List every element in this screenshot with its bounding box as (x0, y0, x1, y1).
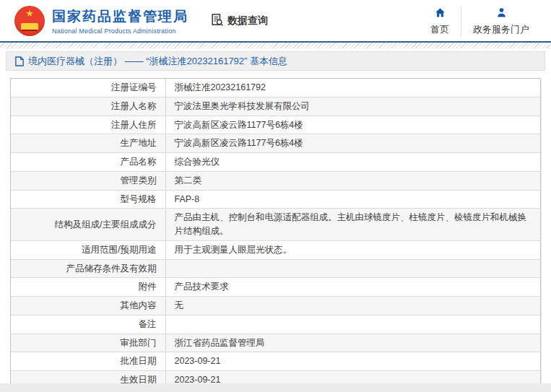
row-value: 无 (165, 297, 540, 315)
breadcrumb: 境内医疗器械（注册） —— “浙械注准20232161792” 基本信息 (6, 51, 545, 71)
breadcrumb-text: 境内医疗器械（注册） —— “浙械注准20232161792” 基本信息 (28, 55, 287, 68)
data-query-nav[interactable]: 数据查询 (210, 13, 268, 29)
table-row: 审批部门浙江省药品监督管理局 (11, 334, 540, 352)
row-value (165, 315, 540, 334)
row-label: 审批部门 (11, 334, 165, 352)
table-row: 注册人住所宁波高新区凌云路1177号6栋4楼 (11, 116, 540, 134)
row-label: 产品储存条件及有效期 (11, 259, 165, 278)
document-icon (15, 56, 24, 66)
row-label: 产品名称 (11, 153, 165, 172)
row-value: FAP-8 (165, 190, 540, 209)
brand-block: 国家药品监督管理局 National Medical Products Admi… (52, 7, 188, 35)
row-label: 备注 (11, 315, 165, 334)
row-label: 适用范围/预期用途 (11, 240, 165, 259)
table-row: 型号规格FAP-8 (11, 190, 540, 209)
table-row: 产品名称综合验光仪 (11, 153, 540, 172)
nav-item-gov-portal[interactable]: 政务服务门户 (461, 6, 541, 36)
footer-strip (0, 383, 551, 392)
info-table-body: 注册证编号浙械注准20232161792注册人名称宁波法里奥光学科技发展有限公司… (11, 79, 540, 392)
table-row: 适用范围/预期用途用于主观测量人眼屈光状态。 (11, 240, 540, 259)
row-value: 宁波法里奥光学科技发展有限公司 (165, 97, 540, 116)
table-row: 产品储存条件及有效期 (11, 259, 540, 278)
data-query-label: 数据查询 (227, 14, 268, 27)
row-value: 第二类 (165, 171, 540, 190)
table-row: 生产地址宁波高新区凌云路1177号6栋4楼 (11, 134, 540, 153)
top-nav: 首页 政务服务门户 (419, 6, 541, 36)
table-row: 管理类别第二类 (11, 171, 540, 190)
row-label: 生产地址 (11, 134, 165, 153)
hatch-pattern-band (0, 43, 551, 48)
table-row: 注册证编号浙械注准20232161792 (11, 79, 540, 97)
brand-title: 国家药品监督管理局 (52, 7, 188, 26)
page-header: 国家药品监督管理局 National Medical Products Admi… (0, 0, 551, 41)
row-value: 宁波高新区凌云路1177号6栋4楼 (165, 134, 540, 153)
row-label: 型号规格 (11, 190, 165, 209)
home-icon (430, 6, 449, 19)
row-label: 结构及组成/主要组成成分 (11, 209, 165, 241)
nav-item-gov-portal-label: 政务服务门户 (473, 23, 529, 36)
table-row: 备注 (11, 315, 540, 334)
table-row: 批准日期2023-09-21 (11, 352, 540, 371)
row-label: 注册人名称 (11, 97, 165, 116)
table-row: 注册人名称宁波法里奥光学科技发展有限公司 (11, 97, 540, 116)
row-label: 注册证编号 (11, 79, 165, 97)
nav-item-home[interactable]: 首页 (419, 6, 461, 36)
brand-subtitle: National Medical Products Administration (52, 27, 188, 35)
row-value: 宁波高新区凌云路1177号6栋4楼 (165, 116, 540, 134)
row-value: 产品技术要求 (165, 278, 540, 297)
data-query-icon (210, 13, 224, 29)
row-label: 管理类别 (11, 171, 165, 190)
row-label: 其他内容 (11, 297, 165, 315)
row-value: 用于主观测量人眼屈光状态。 (165, 240, 540, 259)
row-label: 注册人住所 (11, 116, 165, 134)
row-value: 产品由主机、控制台和电源适配器组成。主机由球镜度片、柱镜度片、棱镜度片和机械换片… (165, 209, 540, 241)
row-value: 综合验光仪 (165, 153, 540, 172)
table-row: 附件产品技术要求 (11, 278, 540, 297)
person-icon (473, 6, 529, 19)
row-value (165, 259, 540, 278)
registration-info-table: 注册证编号浙械注准20232161792注册人名称宁波法里奥光学科技发展有限公司… (10, 78, 541, 392)
row-value: 2023-09-21 (165, 352, 540, 371)
nav-item-home-label: 首页 (430, 23, 449, 36)
row-value: 浙江省药品监督管理局 (165, 334, 540, 352)
nmpa-logo-icon (14, 6, 45, 36)
table-row: 结构及组成/主要组成成分产品由主机、控制台和电源适配器组成。主机由球镜度片、柱镜… (11, 209, 540, 241)
row-value: 浙械注准20232161792 (165, 79, 540, 97)
table-row: 其他内容无 (11, 297, 540, 315)
row-label: 附件 (11, 278, 165, 297)
row-label: 批准日期 (11, 352, 165, 371)
